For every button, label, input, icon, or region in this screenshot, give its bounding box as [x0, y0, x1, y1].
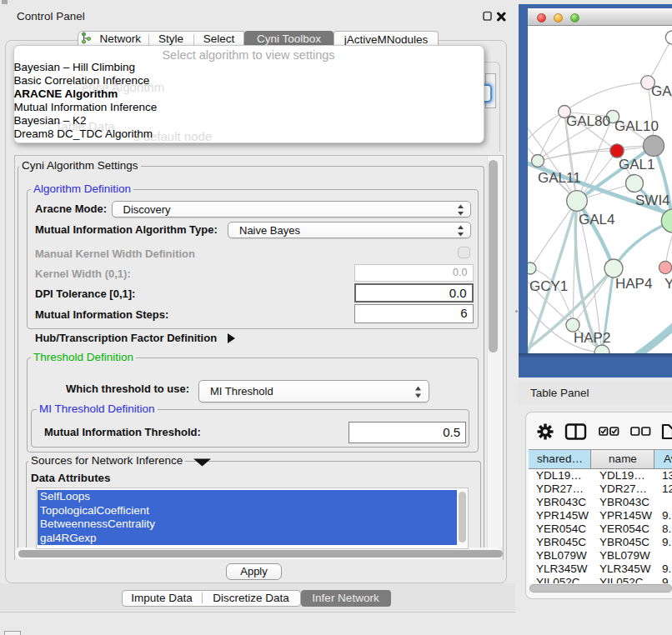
svg-text:GAL11: GAL11	[538, 170, 581, 186]
svg-text:GAL7: GAL7	[651, 83, 672, 99]
svg-text:GAL10: GAL10	[614, 118, 659, 134]
svg-text:GAL1: GAL1	[619, 157, 654, 172]
svg-text:Y: Y	[664, 276, 672, 292]
svg-text:GCY1: GCY1	[529, 278, 568, 294]
svg-text:HAP4: HAP4	[615, 276, 652, 292]
svg-text:HAP2: HAP2	[574, 330, 610, 346]
svg-text:GAL4: GAL4	[579, 212, 614, 228]
svg-text:SWI4: SWI4	[635, 192, 670, 208]
svg-text:GAL80: GAL80	[566, 113, 610, 129]
